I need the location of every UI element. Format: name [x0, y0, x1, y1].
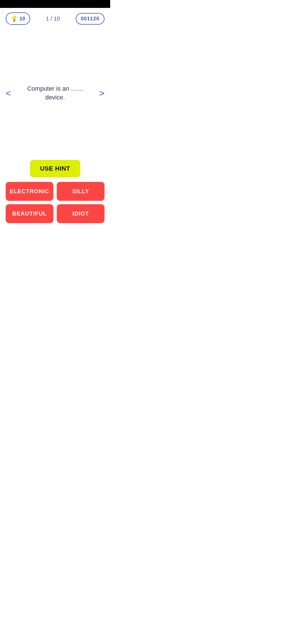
use-hint-button[interactable]: USE HINT — [30, 160, 80, 177]
progress-indicator: 1 / 10 — [46, 16, 60, 22]
answer-button-beautiful[interactable]: BEAUTIFUL — [6, 204, 53, 223]
question-container: < Computer is an ....... device. > — [3, 84, 107, 102]
hint-counter[interactable]: 💡 10 — [6, 12, 30, 25]
answer-button-idiot[interactable]: IDIOT — [57, 204, 104, 223]
score-badge: 001120 — [76, 13, 104, 25]
question-text: Computer is an ....... device. — [17, 84, 94, 102]
hint-count-value: 10 — [19, 16, 25, 22]
answer-button-silly[interactable]: SILLY — [57, 182, 104, 201]
next-arrow[interactable]: > — [96, 85, 107, 101]
prev-arrow[interactable]: < — [3, 85, 14, 101]
answer-grid: ELECTRONIC SILLY BEAUTIFUL IDIOT — [6, 182, 104, 223]
status-bar — [0, 0, 110, 8]
answer-button-electronic[interactable]: ELECTRONIC — [6, 182, 53, 201]
lightbulb-icon: 💡 — [11, 15, 18, 22]
actions-area: USE HINT ELECTRONIC SILLY BEAUTIFUL IDIO… — [0, 157, 110, 232]
header: 💡 10 1 / 10 001120 — [0, 8, 110, 29]
question-area: < Computer is an ....... device. > — [0, 29, 110, 157]
